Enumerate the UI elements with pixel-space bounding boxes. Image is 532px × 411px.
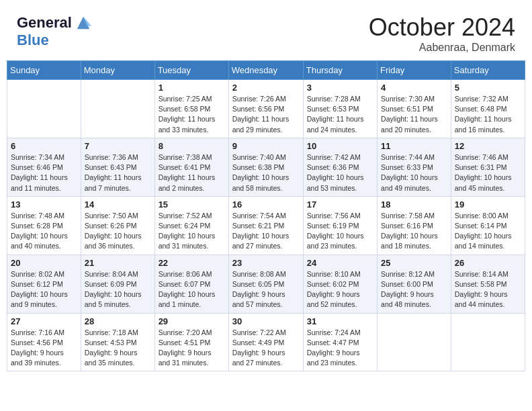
calendar-week-row: 27Sunrise: 7:16 AMSunset: 4:56 PMDayligh… [7,313,525,371]
calendar-table: SundayMondayTuesdayWednesdayThursdayFrid… [7,60,525,371]
calendar-day-30: 30Sunrise: 7:22 AMSunset: 4:49 PMDayligh… [228,313,303,371]
weekday-header-tuesday: Tuesday [154,61,228,80]
calendar-day-1: 1Sunrise: 7:25 AMSunset: 6:58 PMDaylight… [154,80,228,138]
day-detail: Sunrise: 7:52 AMSunset: 6:24 PMDaylight:… [159,211,225,252]
day-detail: Sunrise: 8:02 AMSunset: 6:12 PMDaylight:… [11,269,77,310]
calendar-day-23: 23Sunrise: 8:08 AMSunset: 6:05 PMDayligh… [228,255,303,313]
day-detail: Sunrise: 8:06 AMSunset: 6:07 PMDaylight:… [159,269,225,310]
day-detail: Sunrise: 8:04 AMSunset: 6:09 PMDaylight:… [85,269,151,310]
weekday-header-wednesday: Wednesday [228,61,303,80]
day-number: 3 [307,83,373,93]
day-detail: Sunrise: 7:28 AMSunset: 6:53 PMDaylight:… [307,94,373,135]
month-title: October 2024 [369,13,515,42]
day-detail: Sunrise: 7:46 AMSunset: 6:31 PMDaylight:… [455,152,521,193]
calendar-day-19: 19Sunrise: 8:00 AMSunset: 6:14 PMDayligh… [451,196,525,255]
day-detail: Sunrise: 7:54 AMSunset: 6:21 PMDaylight:… [232,211,300,252]
calendar-day-27: 27Sunrise: 7:16 AMSunset: 4:56 PMDayligh… [7,313,81,371]
day-number: 31 [307,316,373,326]
empty-cell [81,80,154,138]
day-detail: Sunrise: 8:14 AMSunset: 5:58 PMDaylight:… [455,269,521,310]
day-number: 17 [307,199,373,210]
calendar-day-5: 5Sunrise: 7:32 AMSunset: 6:48 PMDaylight… [451,80,525,138]
calendar-day-11: 11Sunrise: 7:44 AMSunset: 6:33 PMDayligh… [378,138,451,196]
day-detail: Sunrise: 7:20 AMSunset: 4:51 PMDaylight:… [159,328,225,369]
day-detail: Sunrise: 7:18 AMSunset: 4:53 PMDaylight:… [85,328,151,369]
weekday-header-monday: Monday [81,61,154,80]
calendar-day-3: 3Sunrise: 7:28 AMSunset: 6:53 PMDaylight… [303,80,377,138]
calendar-day-2: 2Sunrise: 7:26 AMSunset: 6:56 PMDaylight… [228,80,303,138]
weekday-header-saturday: Saturday [451,61,525,80]
logo: General Blue [17,13,93,48]
calendar-day-18: 18Sunrise: 7:58 AMSunset: 6:16 PMDayligh… [378,196,451,255]
day-detail: Sunrise: 7:34 AMSunset: 6:46 PMDaylight:… [11,152,77,193]
calendar-day-17: 17Sunrise: 7:56 AMSunset: 6:19 PMDayligh… [303,196,377,255]
logo-icon [74,13,93,32]
day-number: 15 [159,199,225,210]
calendar-day-9: 9Sunrise: 7:40 AMSunset: 6:38 PMDaylight… [228,138,303,196]
day-number: 29 [159,316,225,326]
day-detail: Sunrise: 8:00 AMSunset: 6:14 PMDaylight:… [455,211,521,252]
day-number: 4 [381,83,447,93]
calendar-day-12: 12Sunrise: 7:46 AMSunset: 6:31 PMDayligh… [451,138,525,196]
calendar-day-22: 22Sunrise: 8:06 AMSunset: 6:07 PMDayligh… [154,255,228,313]
calendar-day-8: 8Sunrise: 7:38 AMSunset: 6:41 PMDaylight… [154,138,228,196]
calendar-day-28: 28Sunrise: 7:18 AMSunset: 4:53 PMDayligh… [81,313,154,371]
day-number: 24 [307,258,373,268]
calendar-week-row: 13Sunrise: 7:48 AMSunset: 6:28 PMDayligh… [7,196,525,255]
empty-cell [378,313,451,371]
weekday-header-friday: Friday [378,61,451,80]
calendar-day-20: 20Sunrise: 8:02 AMSunset: 6:12 PMDayligh… [7,255,81,313]
day-detail: Sunrise: 7:36 AMSunset: 6:43 PMDaylight:… [85,152,151,193]
day-number: 13 [11,199,77,210]
day-number: 30 [232,316,300,326]
day-detail: Sunrise: 8:10 AMSunset: 6:02 PMDaylight:… [307,269,373,310]
day-number: 28 [85,316,151,326]
day-detail: Sunrise: 7:16 AMSunset: 4:56 PMDaylight:… [11,328,77,369]
calendar-day-14: 14Sunrise: 7:50 AMSunset: 6:26 PMDayligh… [81,196,154,255]
calendar-day-6: 6Sunrise: 7:34 AMSunset: 6:46 PMDaylight… [7,138,81,196]
day-number: 8 [159,141,225,151]
title-block: October 2024 Aabenraa, Denmark [369,13,515,54]
day-detail: Sunrise: 7:24 AMSunset: 4:47 PMDaylight:… [307,328,373,369]
page-header: General Blue October 2024 Aabenraa, Denm… [7,7,525,57]
calendar-week-row: 6Sunrise: 7:34 AMSunset: 6:46 PMDaylight… [7,138,525,196]
day-detail: Sunrise: 7:56 AMSunset: 6:19 PMDaylight:… [307,211,373,252]
logo-text: General [17,15,72,31]
day-detail: Sunrise: 8:12 AMSunset: 6:00 PMDaylight:… [381,269,447,310]
weekday-header-sunday: Sunday [7,61,81,80]
day-number: 18 [381,199,447,210]
day-detail: Sunrise: 7:26 AMSunset: 6:56 PMDaylight:… [232,94,300,135]
day-number: 12 [455,141,521,151]
day-number: 26 [455,258,521,268]
day-detail: Sunrise: 7:42 AMSunset: 6:36 PMDaylight:… [307,152,373,193]
day-detail: Sunrise: 7:44 AMSunset: 6:33 PMDaylight:… [381,152,447,193]
day-number: 23 [232,258,300,268]
calendar-day-24: 24Sunrise: 8:10 AMSunset: 6:02 PMDayligh… [303,255,377,313]
day-number: 2 [232,83,300,93]
day-number: 11 [381,141,447,151]
day-number: 16 [232,199,300,210]
day-number: 27 [11,316,77,326]
day-detail: Sunrise: 7:30 AMSunset: 6:51 PMDaylight:… [381,94,447,135]
calendar-day-21: 21Sunrise: 8:04 AMSunset: 6:09 PMDayligh… [81,255,154,313]
day-number: 10 [307,141,373,151]
calendar-week-row: 1Sunrise: 7:25 AMSunset: 6:58 PMDaylight… [7,80,525,138]
day-detail: Sunrise: 7:25 AMSunset: 6:58 PMDaylight:… [159,94,225,135]
day-number: 14 [85,199,151,210]
calendar-day-26: 26Sunrise: 8:14 AMSunset: 5:58 PMDayligh… [451,255,525,313]
day-number: 6 [11,141,77,151]
day-number: 9 [232,141,300,151]
day-detail: Sunrise: 7:50 AMSunset: 6:26 PMDaylight:… [85,211,151,252]
day-detail: Sunrise: 7:32 AMSunset: 6:48 PMDaylight:… [455,94,521,135]
calendar-day-16: 16Sunrise: 7:54 AMSunset: 6:21 PMDayligh… [228,196,303,255]
calendar-day-29: 29Sunrise: 7:20 AMSunset: 4:51 PMDayligh… [154,313,228,371]
day-detail: Sunrise: 7:58 AMSunset: 6:16 PMDaylight:… [381,211,447,252]
day-number: 19 [455,199,521,210]
calendar-day-25: 25Sunrise: 8:12 AMSunset: 6:00 PMDayligh… [378,255,451,313]
calendar-header-row: SundayMondayTuesdayWednesdayThursdayFrid… [7,61,525,80]
day-number: 20 [11,258,77,268]
day-detail: Sunrise: 8:08 AMSunset: 6:05 PMDaylight:… [232,269,300,310]
day-detail: Sunrise: 7:40 AMSunset: 6:38 PMDaylight:… [232,152,300,193]
day-detail: Sunrise: 7:38 AMSunset: 6:41 PMDaylight:… [159,152,225,193]
day-detail: Sunrise: 7:48 AMSunset: 6:28 PMDaylight:… [11,211,77,252]
